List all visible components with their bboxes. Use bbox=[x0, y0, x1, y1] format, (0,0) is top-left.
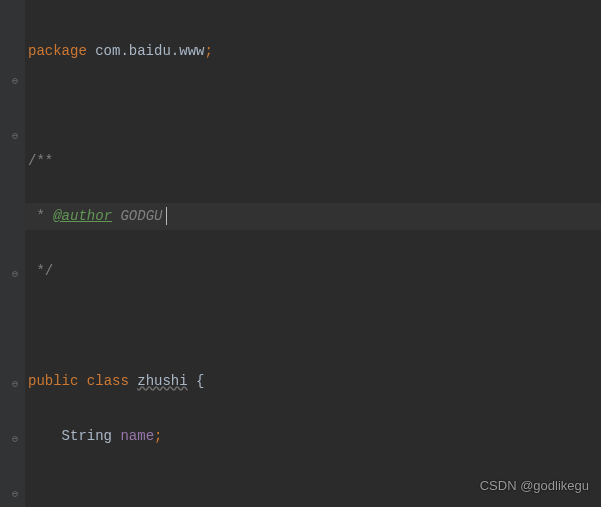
text-caret bbox=[166, 207, 167, 225]
keyword-package: package bbox=[28, 43, 87, 59]
class-name: zhushi bbox=[137, 373, 187, 389]
code-line: public class zhushi { bbox=[28, 368, 601, 396]
code-line: */ bbox=[28, 258, 601, 286]
fold-icon[interactable]: ⊖ bbox=[12, 123, 18, 151]
code-line bbox=[28, 93, 601, 121]
code-line: /** bbox=[28, 148, 601, 176]
fold-icon[interactable]: ⊖ bbox=[12, 481, 18, 507]
code-line: String name; bbox=[28, 423, 601, 451]
code-line-current: * @author GODGU bbox=[25, 203, 601, 231]
code-editor[interactable]: package com.baidu.www; /** * @author GOD… bbox=[0, 0, 601, 507]
code-line: package com.baidu.www; bbox=[28, 38, 601, 66]
editor-gutter: ⊖ ⊖ ⊖ ⊖ ⊖ ⊖ bbox=[0, 0, 25, 507]
doc-tag-author: @author bbox=[53, 208, 112, 224]
watermark: CSDN @godlikegu bbox=[480, 472, 589, 500]
fold-icon[interactable]: ⊖ bbox=[12, 68, 18, 96]
fold-icon[interactable]: ⊖ bbox=[12, 426, 18, 454]
code-line bbox=[28, 313, 601, 341]
fold-icon[interactable]: ⊖ bbox=[12, 261, 18, 289]
field-name: name bbox=[120, 428, 154, 444]
fold-icon[interactable]: ⊖ bbox=[12, 371, 18, 399]
